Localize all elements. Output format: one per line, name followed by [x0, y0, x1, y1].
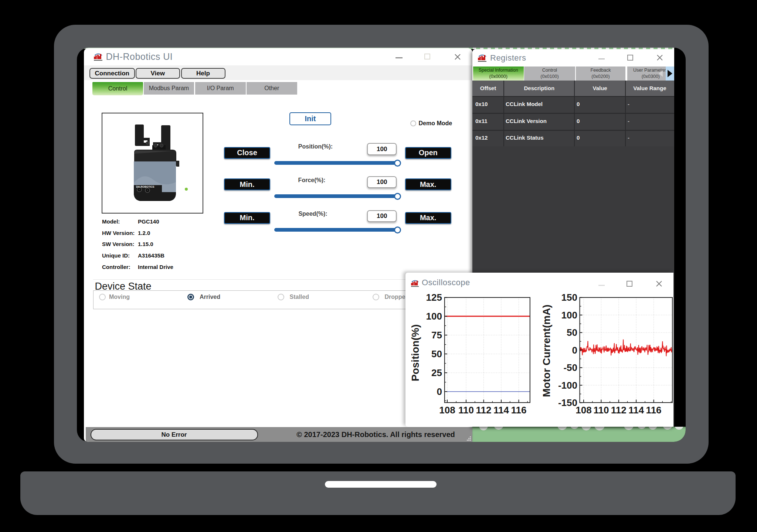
svg-text:Position(%): Position(%) [410, 324, 421, 381]
svg-text:114: 114 [493, 405, 509, 416]
svg-text:DH-ROBOTICS: DH-ROBOTICS [136, 185, 155, 188]
svg-text:110: 110 [458, 405, 474, 416]
svg-text:108: 108 [576, 405, 591, 416]
svg-text:-100: -100 [558, 380, 577, 391]
svg-text:Motor Current(mA): Motor Current(mA) [541, 304, 552, 397]
svg-text:0: 0 [572, 345, 577, 356]
svg-text:100: 100 [561, 310, 577, 321]
svg-text:100: 100 [426, 311, 442, 322]
svg-text:-50: -50 [563, 362, 577, 373]
svg-text:50: 50 [431, 348, 442, 359]
svg-text:125: 125 [426, 292, 442, 303]
svg-text:112: 112 [611, 405, 627, 416]
svg-text:150: 150 [561, 292, 577, 303]
svg-text:114: 114 [628, 405, 644, 416]
svg-text:25: 25 [431, 367, 442, 378]
svg-text:116: 116 [646, 405, 662, 416]
svg-text:108: 108 [439, 405, 455, 416]
svg-text:-150: -150 [558, 397, 577, 408]
svg-text:110: 110 [593, 405, 609, 416]
svg-text:116: 116 [511, 405, 526, 416]
svg-text:112: 112 [476, 405, 492, 416]
svg-text:0: 0 [437, 386, 442, 397]
svg-text:75: 75 [431, 330, 442, 341]
svg-text:50: 50 [567, 327, 577, 338]
